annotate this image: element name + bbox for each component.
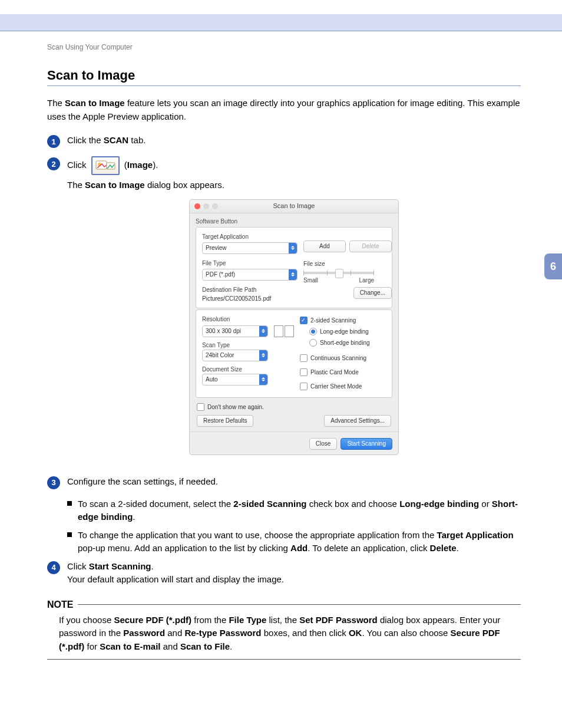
orientation-icons: [274, 325, 294, 337]
orientation-portrait-icon[interactable]: [274, 325, 283, 337]
change-button[interactable]: Change...: [353, 287, 392, 299]
note-end-rule: [47, 659, 521, 660]
orientation-landscape-icon[interactable]: [285, 325, 294, 337]
checkbox-icon: [300, 383, 308, 390]
image-icon: [91, 156, 120, 175]
s4-bold: Start Scanning: [89, 561, 151, 571]
side-chapter-tab: 6: [544, 253, 562, 279]
radio-icon: [309, 339, 317, 347]
file-type-select[interactable]: PDF (*.pdf): [202, 269, 297, 281]
resolution-select[interactable]: 300 x 300 dpi: [202, 325, 268, 337]
resolution-label: Resolution: [202, 315, 294, 324]
step-3: 3 Configure the scan settings, if needed…: [47, 475, 521, 489]
carrier-sheet-mode-checkbox[interactable]: Carrier Sheet Mode: [300, 382, 362, 391]
target-application-select[interactable]: Preview: [202, 242, 297, 254]
carrier-sheet-mode-label: Carrier Sheet Mode: [310, 382, 362, 391]
short-edge-binding-label: Short-edge binding: [320, 338, 370, 347]
dialog-lower-box: Resolution 300 x 300 dpi: [196, 309, 392, 398]
short-edge-binding-radio[interactable]: Short-edge binding: [309, 338, 370, 347]
s4-post: .: [151, 561, 154, 571]
step2-line2-post: dialog box appears.: [145, 180, 224, 190]
continuous-scanning-checkbox[interactable]: Continuous Scanning: [300, 354, 366, 363]
b1-or: or: [479, 499, 492, 509]
b2-mid2: . To delete an application, click: [308, 543, 429, 553]
note-header: NOTE: [47, 599, 521, 610]
dont-show-again-checkbox[interactable]: Don't show me again.: [197, 403, 264, 411]
two-sided-scanning-checkbox[interactable]: 2-sided Scanning: [300, 316, 356, 325]
start-scanning-button[interactable]: Start Scanning: [340, 438, 392, 450]
dialog-title: Scan to Image: [190, 201, 398, 211]
step-1: 1 Click the SCAN tab.: [47, 134, 521, 148]
scan-to-image-dialog: Scan to Image Software Button Target App…: [189, 199, 399, 455]
checkbox-icon: [300, 354, 308, 362]
step2-line2-bold: Scan to Image: [85, 180, 145, 190]
b2-pre: To change the application that you want …: [78, 530, 437, 540]
step-number-1: 1: [47, 135, 60, 148]
note-title: NOTE: [47, 599, 73, 610]
dialog-upper-box: Target Application Preview File Type PDF…: [196, 227, 392, 308]
step-4: 4 Click Start Scanning. Your default app…: [47, 560, 521, 587]
b1-end: .: [133, 512, 135, 522]
close-button[interactable]: Close: [309, 438, 338, 450]
continuous-scanning-label: Continuous Scanning: [310, 354, 366, 363]
b1-b2: Long-edge binding: [399, 499, 479, 509]
bullet-icon: [67, 532, 72, 537]
file-size-label: File size: [303, 259, 392, 268]
top-band: [0, 14, 562, 31]
document-size-label: Document Size: [202, 365, 294, 374]
step-number-2: 2: [47, 157, 60, 170]
dont-show-again-label: Don't show me again.: [207, 403, 264, 411]
dropdown-arrow-icon: [259, 350, 267, 361]
b2-b2: Add: [290, 543, 308, 553]
b2-end: .: [457, 543, 459, 553]
checkbox-icon: [300, 368, 308, 376]
step2-line2-pre: The: [67, 180, 85, 190]
target-application-label: Target Application: [202, 232, 297, 241]
note-body: If you choose Secure PDF (*.pdf) from th…: [59, 614, 521, 654]
note-rule: [78, 604, 521, 605]
advanced-settings-button[interactable]: Advanced Settings...: [324, 415, 391, 427]
add-button[interactable]: Add: [303, 241, 346, 252]
two-sided-scanning-label: 2-sided Scanning: [310, 316, 356, 325]
file-type-value: PDF (*.pdf): [206, 270, 235, 279]
dropdown-arrow-icon: [289, 243, 297, 253]
long-edge-binding-label: Long-edge binding: [320, 327, 369, 336]
dropdown-arrow-icon: [289, 269, 297, 280]
step1-pre: Click the: [67, 135, 104, 145]
dialog-titlebar: Scan to Image: [190, 200, 398, 213]
step2-close: ).: [153, 160, 158, 170]
software-button-label: Software Button: [196, 217, 398, 226]
plastic-card-mode-label: Plastic Card Mode: [310, 368, 359, 377]
file-size-slider[interactable]: [303, 272, 374, 274]
document-size-select[interactable]: Auto: [202, 374, 268, 386]
file-size-small-label: Small: [303, 276, 318, 285]
restore-defaults-button[interactable]: Restore Defaults: [197, 415, 253, 427]
step1-bold: SCAN: [104, 135, 129, 145]
page-title: Scan to Image: [47, 68, 521, 83]
long-edge-binding-radio[interactable]: Long-edge binding: [309, 327, 369, 336]
intro-paragraph: The Scan to Image feature lets you scan …: [47, 97, 521, 123]
checkbox-icon: [197, 403, 204, 411]
s4-pre: Click: [67, 561, 89, 571]
step3-text: Configure the scan settings, if needed.: [67, 475, 521, 489]
step3-bullet-2: To change the application that you want …: [67, 529, 521, 555]
radio-icon: [309, 328, 317, 335]
b2-b3: Delete: [430, 543, 457, 553]
document-size-value: Auto: [206, 375, 218, 384]
plastic-card-mode-checkbox[interactable]: Plastic Card Mode: [300, 368, 359, 377]
scan-type-select[interactable]: 24bit Color: [202, 350, 268, 361]
file-type-label: File Type: [202, 259, 297, 268]
resolution-value: 300 x 300 dpi: [206, 327, 241, 335]
delete-button[interactable]: Delete: [349, 241, 392, 252]
step-number-4: 4: [47, 561, 60, 574]
checkbox-icon: [300, 317, 308, 324]
s4-line2: Your default application will start and …: [67, 573, 521, 587]
destination-file-path-label: Destination File Path: [202, 285, 297, 294]
dropdown-arrow-icon: [259, 374, 267, 385]
file-size-large-label: Large: [359, 276, 374, 285]
scan-type-value: 24bit Color: [206, 351, 234, 360]
b1-b1: 2-sided Scanning: [233, 499, 306, 509]
bullet-icon: [67, 501, 72, 506]
step2-bold: Image: [127, 160, 153, 170]
step3-bullet-1: To scan a 2-sided document, select the 2…: [67, 498, 521, 524]
